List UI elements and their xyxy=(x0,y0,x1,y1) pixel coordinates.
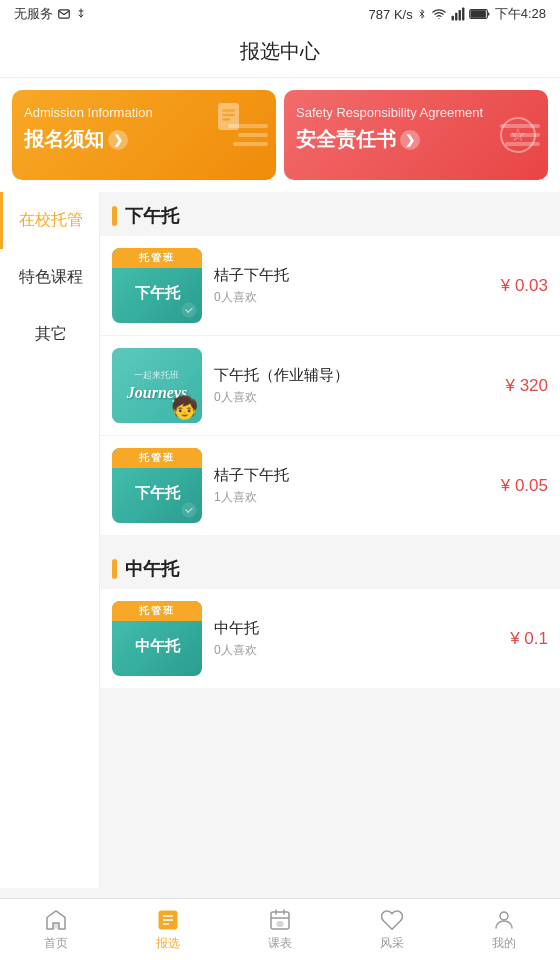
baoxuan-icon xyxy=(156,908,180,932)
sidebar-label-qita: 其它 xyxy=(35,325,67,342)
section-header-xiawu: 下午托 xyxy=(100,192,560,236)
course-item-1[interactable]: 托管班 下午托 桔子下午托 0人喜欢 ¥ 0.03 xyxy=(100,236,560,336)
nav-label-baoxuan: 报选 xyxy=(156,935,180,952)
svg-rect-3 xyxy=(458,10,460,21)
section-zhongwu: 中午托 托管班 中午托 中午托 0人喜欢 ¥ 0.1 xyxy=(100,545,560,688)
course-info-4: 中午托 0人喜欢 xyxy=(214,619,498,659)
usb-icon xyxy=(75,7,87,21)
course-thumb-2: 一起来托班 Journeys 🧒 xyxy=(112,348,202,423)
svg-rect-6 xyxy=(470,10,485,17)
sidebar: 在校托管 特色课程 其它 xyxy=(0,192,100,888)
admission-banner[interactable]: Admission Information 报名须知 ❯ xyxy=(12,90,276,180)
section-dot-xiawu xyxy=(112,206,117,226)
course-price-4: ¥ 0.1 xyxy=(510,629,548,649)
safety-banner[interactable]: Safety Responsibility Agreement 安全责任书 ❯ … xyxy=(284,90,548,180)
course-item-3[interactable]: 托管班 下午托 桔子下午托 1人喜欢 ¥ 0.05 xyxy=(100,436,560,535)
deco-lines-right xyxy=(488,90,548,180)
content-area[interactable]: 下午托 托管班 下午托 桔子下午托 0人喜欢 xyxy=(100,192,560,888)
svg-rect-13 xyxy=(53,923,59,929)
time-display: 下午4:28 xyxy=(495,5,546,23)
battery-icon xyxy=(469,8,491,20)
bottom-nav: 首页 报选 课表 xyxy=(0,898,560,960)
sidebar-item-tese[interactable]: 特色课程 xyxy=(0,249,99,306)
course-price-3: ¥ 0.05 xyxy=(501,476,548,496)
thumb-text-4: 中午托 xyxy=(135,636,180,656)
sidebar-label-tese: 特色课程 xyxy=(19,268,83,285)
main-layout: 在校托管 特色课程 其它 下午托 托管班 下午托 xyxy=(0,192,560,888)
svg-rect-2 xyxy=(455,13,457,21)
no-service-text: 无服务 xyxy=(14,5,53,23)
svg-point-11 xyxy=(182,303,197,318)
network-speed: 787 K/s xyxy=(369,7,413,22)
notification-icon xyxy=(57,7,71,21)
thumb-banner-4: 托管班 xyxy=(112,601,202,621)
bluetooth-icon xyxy=(417,7,427,21)
nav-item-kebiao[interactable]: 课表 xyxy=(224,908,336,952)
fengcai-icon xyxy=(380,908,404,932)
course-info-2: 下午托（作业辅导） 0人喜欢 xyxy=(214,366,493,406)
course-list-zhongwu: 托管班 中午托 中午托 0人喜欢 ¥ 0.1 xyxy=(100,589,560,688)
signal-icon xyxy=(451,7,465,21)
nav-item-wode[interactable]: 我的 xyxy=(448,908,560,952)
course-likes-3: 1人喜欢 xyxy=(214,489,489,506)
wifi-icon xyxy=(431,7,447,21)
course-name-1: 桔子下午托 xyxy=(214,266,489,285)
course-thumb-1: 托管班 下午托 xyxy=(112,248,202,323)
section-title-xiawu: 下午托 xyxy=(125,204,179,228)
thumb-text-1: 下午托 xyxy=(135,283,180,303)
course-price-1: ¥ 0.03 xyxy=(501,276,548,296)
course-thumb-4: 托管班 中午托 xyxy=(112,601,202,676)
wode-icon xyxy=(492,908,516,932)
admission-arrow: ❯ xyxy=(108,130,128,150)
page-title: 报选中心 xyxy=(240,40,320,62)
course-thumb-3: 托管班 下午托 xyxy=(112,448,202,523)
nav-label-home: 首页 xyxy=(44,935,68,952)
course-name-3: 桔子下午托 xyxy=(214,466,489,485)
kebiao-icon xyxy=(268,908,292,932)
nav-item-baoxuan[interactable]: 报选 xyxy=(112,908,224,952)
journey-figure: 🧒 xyxy=(171,395,198,421)
thumb-text-3: 下午托 xyxy=(135,483,180,503)
home-icon xyxy=(44,908,68,932)
nav-item-fengcai[interactable]: 风采 xyxy=(336,908,448,952)
svg-point-20 xyxy=(500,912,508,920)
document-deco-icon xyxy=(212,100,248,136)
course-price-2: ¥ 320 xyxy=(505,376,548,396)
nav-label-fengcai: 风采 xyxy=(380,935,404,952)
course-name-4: 中午托 xyxy=(214,619,498,638)
page-header: 报选中心 xyxy=(0,28,560,78)
thumb-banner-1: 托管班 xyxy=(112,248,202,268)
status-right: 787 K/s 下午4:28 xyxy=(369,5,546,23)
journey-top-text: 一起来托班 xyxy=(134,369,179,382)
thumb-banner-3: 托管班 xyxy=(112,448,202,468)
svg-rect-1 xyxy=(451,16,453,21)
course-name-2: 下午托（作业辅导） xyxy=(214,366,493,385)
nav-item-home[interactable]: 首页 xyxy=(0,908,112,952)
safety-arrow: ❯ xyxy=(400,130,420,150)
section-xiawu: 下午托 托管班 下午托 桔子下午托 0人喜欢 xyxy=(100,192,560,535)
section-header-zhongwu: 中午托 xyxy=(100,545,560,589)
sidebar-label-zaixiao: 在校托管 xyxy=(19,211,83,228)
thumb-deco-3 xyxy=(180,501,198,519)
svg-rect-4 xyxy=(462,8,464,21)
svg-point-12 xyxy=(182,503,197,518)
course-info-3: 桔子下午托 1人喜欢 xyxy=(214,466,489,506)
svg-rect-7 xyxy=(218,103,239,130)
section-title-zhongwu: 中午托 xyxy=(125,557,179,581)
course-item-4[interactable]: 托管班 中午托 中午托 0人喜欢 ¥ 0.1 xyxy=(100,589,560,688)
status-left: 无服务 xyxy=(14,5,87,23)
course-likes-4: 0人喜欢 xyxy=(214,642,498,659)
sidebar-item-zaixiao[interactable]: 在校托管 xyxy=(0,192,99,249)
course-likes-1: 0人喜欢 xyxy=(214,289,489,306)
section-dot-zhongwu xyxy=(112,559,117,579)
course-list-xiawu: 托管班 下午托 桔子下午托 0人喜欢 ¥ 0.03 xyxy=(100,236,560,535)
course-item-2[interactable]: 一起来托班 Journeys 🧒 下午托（作业辅导） 0人喜欢 ¥ 320 xyxy=(100,336,560,436)
nav-label-wode: 我的 xyxy=(492,935,516,952)
sidebar-item-qita[interactable]: 其它 xyxy=(0,306,99,363)
status-bar: 无服务 787 K/s 下午4:28 xyxy=(0,0,560,28)
banner-row: Admission Information 报名须知 ❯ Safety Resp… xyxy=(0,78,560,192)
course-likes-2: 0人喜欢 xyxy=(214,389,493,406)
thumb-deco-1 xyxy=(180,301,198,319)
course-info-1: 桔子下午托 0人喜欢 xyxy=(214,266,489,306)
nav-label-kebiao: 课表 xyxy=(268,935,292,952)
